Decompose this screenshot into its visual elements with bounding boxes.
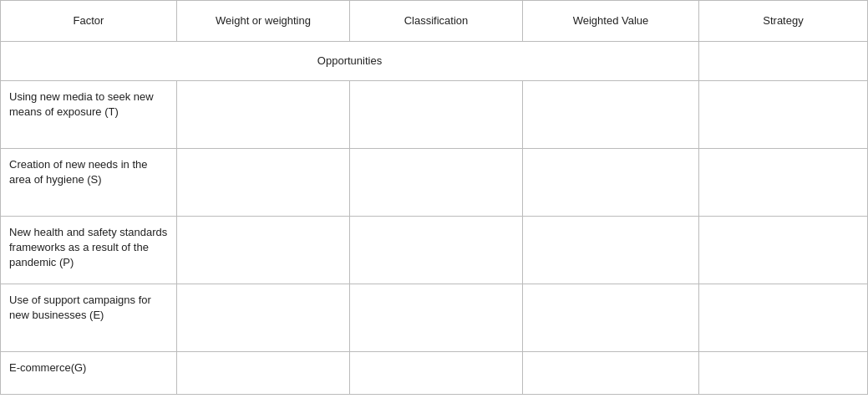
table-row: E-commerce(G) <box>1 352 868 395</box>
section-strategy-cell <box>699 42 868 80</box>
header-weighted-value: Weighted Value <box>523 1 699 41</box>
header-factor: Factor <box>1 1 177 41</box>
cell-class-4 <box>350 352 523 394</box>
cell-strategy-0 <box>699 81 868 148</box>
cell-weight-0 <box>177 81 350 148</box>
header-weight: Weight or weighting <box>177 1 350 41</box>
table-row: Creation of new needs in the area of hyg… <box>1 149 868 217</box>
cell-factor-2: New health and safety standards framewor… <box>1 217 177 284</box>
cell-strategy-1 <box>699 149 868 216</box>
cell-weighted-1 <box>523 149 699 216</box>
header-classification: Classification <box>350 1 523 41</box>
cell-class-0 <box>350 81 523 148</box>
cell-factor-1: Creation of new needs in the area of hyg… <box>1 149 177 216</box>
cell-weight-3 <box>177 284 350 351</box>
cell-strategy-3 <box>699 284 868 351</box>
main-table: Factor Weight or weighting Classificatio… <box>0 0 868 395</box>
section-label-cell: Opportunities <box>1 42 699 80</box>
cell-weighted-2 <box>523 217 699 284</box>
cell-class-3 <box>350 284 523 351</box>
cell-weight-4 <box>177 352 350 394</box>
cell-weighted-3 <box>523 284 699 351</box>
cell-weighted-0 <box>523 81 699 148</box>
cell-class-2 <box>350 217 523 284</box>
header-row: Factor Weight or weighting Classificatio… <box>1 1 868 42</box>
cell-factor-0: Using new media to seek new means of exp… <box>1 81 177 148</box>
cell-strategy-2 <box>699 217 868 284</box>
cell-factor-3: Use of support campaigns for new busines… <box>1 284 177 351</box>
cell-weight-2 <box>177 217 350 284</box>
header-strategy: Strategy <box>699 1 868 41</box>
table-row: Using new media to seek new means of exp… <box>1 81 868 149</box>
cell-factor-4: E-commerce(G) <box>1 352 177 394</box>
table-row: New health and safety standards framewor… <box>1 217 868 284</box>
cell-weighted-4 <box>523 352 699 394</box>
section-row: Opportunities <box>1 42 868 81</box>
table-row: Use of support campaigns for new busines… <box>1 284 868 352</box>
cell-weight-1 <box>177 149 350 216</box>
cell-strategy-4 <box>699 352 868 394</box>
cell-class-1 <box>350 149 523 216</box>
